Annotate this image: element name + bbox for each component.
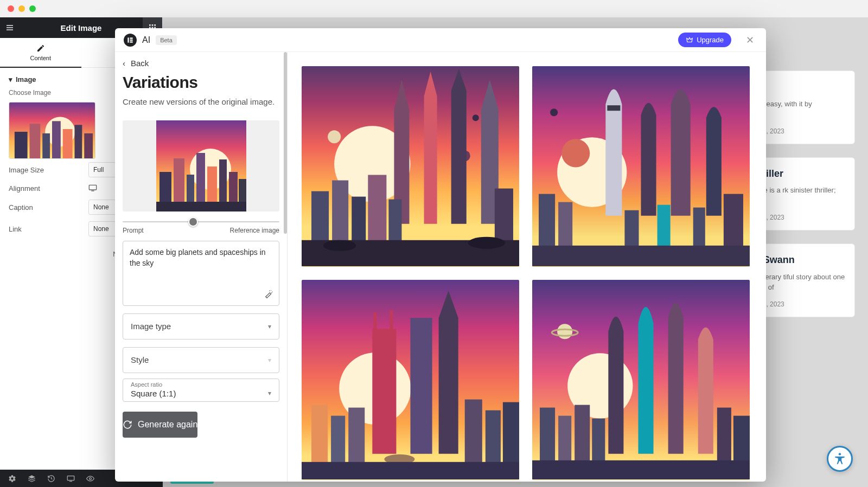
generated-image-3[interactable] — [302, 280, 519, 480]
back-label: Back — [131, 59, 149, 68]
page-subtitle: Create new versions of the original imag… — [115, 96, 287, 116]
settings-icon[interactable] — [2, 470, 22, 487]
responsive-icon[interactable] — [88, 184, 97, 193]
menu-icon[interactable] — [0, 17, 20, 38]
svg-rect-18 — [52, 121, 61, 158]
image-thumbnail[interactable] — [9, 102, 95, 159]
svg-rect-67 — [532, 246, 750, 266]
section-image-label: Image — [16, 75, 36, 84]
svg-rect-29 — [127, 37, 129, 42]
ai-modal: AI Beta Upgrade ✕ ‹ Back Variations Crea… — [115, 28, 766, 482]
generated-image-grid — [288, 52, 766, 482]
image-type-select[interactable]: Image type ▾ — [123, 313, 279, 339]
beta-badge: Beta — [156, 35, 177, 45]
svg-rect-90 — [532, 460, 750, 479]
svg-rect-19 — [63, 129, 73, 158]
generated-image-2[interactable] — [532, 66, 750, 267]
page-title: Variations — [115, 71, 287, 96]
link-label: Link — [9, 225, 88, 233]
svg-rect-4 — [152, 24, 154, 26]
svg-rect-32 — [130, 41, 132, 42]
svg-rect-3 — [149, 24, 151, 26]
navigator-icon[interactable] — [22, 470, 41, 487]
slider-right-label: Reference image — [230, 227, 279, 234]
back-button[interactable]: ‹ Back — [115, 52, 287, 71]
tab-content[interactable]: Content — [0, 38, 81, 67]
close-modal-icon[interactable]: ✕ — [742, 33, 757, 48]
chevron-down-icon: ▾ — [268, 389, 271, 397]
svg-rect-71 — [390, 310, 393, 331]
svg-rect-43 — [156, 202, 246, 212]
svg-point-91 — [839, 453, 841, 455]
svg-rect-60 — [607, 105, 620, 111]
ai-brand: AI — [142, 35, 150, 45]
style-label: Style — [131, 355, 149, 364]
svg-point-45 — [328, 130, 341, 143]
preview-icon[interactable] — [80, 470, 100, 487]
image-size-value: Full — [93, 166, 104, 174]
svg-rect-5 — [154, 24, 156, 26]
svg-rect-16 — [30, 124, 41, 158]
image-size-label: Image Size — [9, 166, 88, 174]
reference-image[interactable] — [123, 120, 279, 212]
svg-rect-26 — [67, 476, 74, 480]
alignment-label: Alignment — [9, 184, 88, 193]
accessibility-button[interactable] — [827, 446, 853, 472]
upgrade-button[interactable]: Upgrade — [678, 33, 731, 47]
svg-point-28 — [89, 477, 91, 479]
svg-rect-80 — [302, 462, 519, 479]
slider-handle[interactable] — [188, 217, 198, 227]
chevron-down-icon: ▾ — [268, 356, 271, 364]
svg-rect-72 — [410, 318, 432, 454]
svg-point-59 — [561, 139, 590, 167]
prompt-input[interactable] — [130, 247, 272, 284]
svg-rect-22 — [89, 185, 96, 190]
generate-label: Generate again — [138, 420, 197, 430]
slider-left-label: Prompt — [123, 227, 144, 234]
prompt-input-container — [123, 241, 279, 306]
aspect-value: Square (1:1) — [131, 389, 176, 398]
link-value: None — [93, 225, 109, 233]
generated-image-4[interactable] — [532, 280, 750, 480]
elementor-logo-icon — [124, 34, 137, 47]
tab-content-label: Content — [30, 55, 51, 61]
ai-controls-panel: ‹ Back Variations Create new versions of… — [115, 52, 288, 482]
svg-rect-21 — [84, 133, 93, 158]
chevron-down-icon: ▾ — [268, 323, 271, 330]
svg-rect-31 — [130, 39, 132, 40]
window-minimize-dot[interactable] — [18, 5, 25, 12]
chevron-left-icon: ‹ — [123, 59, 125, 68]
svg-point-58 — [550, 108, 558, 116]
svg-rect-70 — [373, 312, 376, 331]
svg-point-46 — [473, 114, 479, 121]
svg-point-56 — [468, 237, 505, 249]
svg-rect-38 — [196, 153, 205, 210]
upgrade-label: Upgrade — [697, 36, 724, 44]
aspect-ratio-select[interactable]: Aspect ratio Square (1:1) ▾ — [123, 379, 279, 402]
history-icon[interactable] — [41, 470, 61, 487]
svg-rect-69 — [372, 329, 396, 454]
image-type-label: Image type — [131, 322, 171, 331]
caption-label: Caption — [9, 203, 88, 212]
svg-rect-17 — [42, 133, 50, 158]
generated-image-1[interactable] — [302, 66, 519, 267]
ai-header: AI Beta Upgrade ✕ — [115, 28, 766, 52]
svg-point-55 — [323, 240, 356, 251]
window-titlebar — [0, 0, 868, 17]
window-close-dot[interactable] — [8, 5, 14, 12]
svg-rect-20 — [74, 125, 82, 158]
svg-rect-15 — [15, 132, 28, 158]
svg-rect-30 — [130, 37, 132, 39]
generate-again-button[interactable]: Generate again — [123, 412, 197, 438]
responsive-mode-icon[interactable] — [61, 470, 80, 487]
prompt-reference-slider[interactable]: Prompt Reference image — [115, 212, 287, 234]
caret-down-icon: ▾ — [9, 75, 12, 84]
aspect-label: Aspect ratio — [131, 381, 271, 388]
window-maximize-dot[interactable] — [29, 5, 36, 12]
style-select[interactable]: Style ▾ — [123, 347, 279, 373]
svg-point-82 — [557, 324, 572, 339]
enhance-prompt-icon[interactable] — [264, 289, 273, 301]
caption-value: None — [93, 203, 109, 211]
